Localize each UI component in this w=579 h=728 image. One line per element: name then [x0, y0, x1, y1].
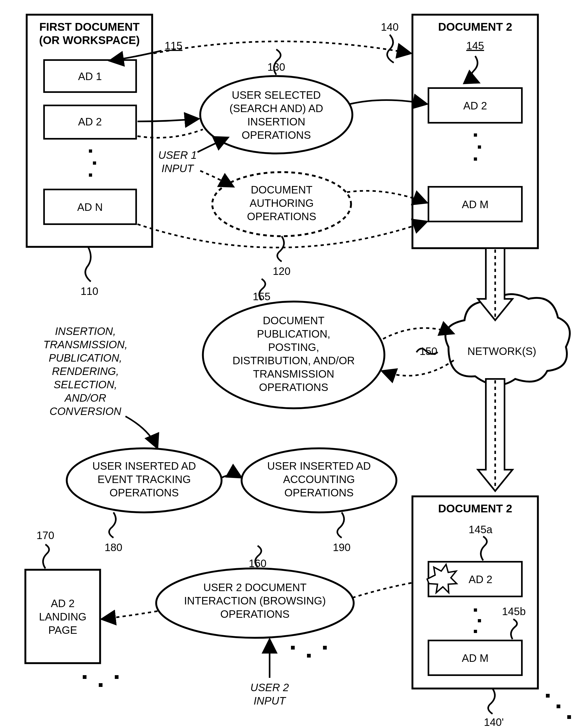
ref-145b: 145b [502, 605, 526, 617]
publication-oval: DOCUMENT PUBLICATION, POSTING, DISTRIBUT… [203, 302, 384, 408]
event-tracking-oval: USER INSERTED AD EVENT TRACKING OPERATIO… [67, 448, 222, 512]
svg-text:TRANSMISSION,: TRANSMISSION, [43, 339, 128, 350]
ad2-left-label: AD 2 [78, 116, 102, 128]
adm-right-label: AD M [462, 199, 488, 210]
svg-rect-48 [83, 675, 86, 679]
admp-label: AD M [462, 652, 488, 664]
ref-160: 160 [249, 557, 267, 569]
ref-170: 170 [36, 529, 54, 541]
svg-rect-49 [99, 683, 102, 687]
user-selected-oval: USER SELECTED (SEARCH AND) AD INSERTION … [200, 76, 352, 153]
first-document-title1: FIRST DOCUMENT [39, 21, 140, 33]
adn-label: AD N [77, 201, 103, 213]
svg-rect-3 [89, 150, 92, 153]
document2-top-box: DOCUMENT 2 145 AD 2 AD M [412, 15, 538, 248]
svg-text:(SEARCH AND) AD: (SEARCH AND) AD [229, 102, 323, 114]
svg-text:LANDING: LANDING [39, 611, 86, 623]
svg-text:PAGE: PAGE [48, 624, 77, 636]
svg-rect-61 [478, 619, 481, 622]
ad2p-label: AD 2 [469, 573, 493, 585]
user2-l1: USER 2 [250, 681, 289, 693]
network-label: NETWORK(S) [468, 345, 536, 357]
svg-text:INSERTION,: INSERTION, [55, 325, 116, 337]
svg-text:TRANSMISSION: TRANSMISSION [253, 368, 334, 380]
accounting-oval: USER INSERTED AD ACCOUNTING OPERATIONS [242, 448, 396, 512]
ref-130: 130 [268, 61, 285, 73]
svg-rect-65 [557, 704, 560, 708]
ref-120: 120 [273, 265, 291, 277]
ref-145: 145 [467, 40, 484, 52]
ref-150: 150 [420, 345, 437, 357]
ref-145a: 145a [469, 524, 493, 535]
user2-l2: INPUT [254, 695, 286, 707]
landing-page-box: AD 2 LANDING PAGE [25, 570, 100, 663]
svg-text:CONVERSION: CONVERSION [50, 405, 122, 417]
svg-text:DOCUMENT: DOCUMENT [263, 315, 324, 327]
svg-text:OPERATIONS: OPERATIONS [242, 129, 311, 141]
user1-l2: INPUT [161, 162, 194, 174]
first-document-title2: (OR WORKSPACE) [39, 34, 140, 47]
svg-rect-10 [478, 146, 481, 149]
ref-140p: 140' [484, 716, 504, 728]
svg-rect-62 [474, 630, 477, 633]
svg-text:RENDERING,: RENDERING, [52, 365, 119, 377]
ref-155: 155 [253, 291, 271, 302]
first-document-box: FIRST DOCUMENT (OR WORKSPACE) AD 1 AD 2 … [27, 15, 152, 247]
ad2-right-label: AD 2 [463, 100, 487, 111]
svg-text:OPERATIONS: OPERATIONS [220, 608, 290, 620]
svg-rect-4 [93, 161, 96, 165]
ad1-label: AD 1 [78, 71, 102, 82]
document-authoring-oval: DOCUMENT AUTHORING OPERATIONS [212, 172, 351, 236]
network-cloud: NETWORK(S) [446, 294, 570, 385]
ref-110: 110 [81, 285, 99, 297]
svg-text:AD 2: AD 2 [51, 598, 75, 609]
svg-text:DISTRIBUTION,  AND/OR: DISTRIBUTION, AND/OR [232, 355, 355, 366]
event-list: INSERTION, TRANSMISSION, PUBLICATION, RE… [43, 325, 128, 417]
ref-140: 140 [381, 21, 399, 33]
user2-browsing-oval: USER 2 DOCUMENT INTERACTION (BROWSING) O… [156, 568, 354, 638]
svg-text:SELECTION,: SELECTION, [54, 379, 117, 390]
svg-rect-5 [89, 174, 92, 177]
svg-rect-56 [307, 654, 311, 657]
ref-190: 190 [333, 542, 351, 553]
svg-rect-55 [291, 646, 295, 650]
svg-rect-50 [115, 675, 119, 679]
svg-rect-11 [474, 157, 477, 161]
svg-text:OPERATIONS: OPERATIONS [284, 487, 353, 498]
svg-text:PUBLICATION,: PUBLICATION, [257, 328, 330, 340]
ref-180: 180 [105, 542, 123, 553]
svg-text:EVENT TRACKING: EVENT TRACKING [97, 473, 191, 485]
svg-rect-9 [474, 133, 477, 137]
svg-rect-64 [546, 694, 550, 698]
svg-rect-57 [323, 646, 327, 650]
svg-text:PUBLICATION,: PUBLICATION, [49, 352, 122, 364]
doc2p-title: DOCUMENT 2 [438, 502, 512, 515]
svg-text:AUTHORING: AUTHORING [250, 197, 314, 209]
svg-text:USER INSERTED AD: USER INSERTED AD [92, 460, 196, 472]
svg-rect-66 [567, 715, 571, 719]
svg-text:INSERTION: INSERTION [247, 116, 305, 128]
svg-text:OPERATIONS: OPERATIONS [259, 381, 328, 393]
svg-text:OPERATIONS: OPERATIONS [247, 211, 316, 222]
svg-text:OPERATIONS: OPERATIONS [109, 487, 179, 498]
svg-text:INTERACTION (BROWSING): INTERACTION (BROWSING) [184, 595, 326, 606]
svg-text:USER INSERTED AD: USER INSERTED AD [267, 460, 371, 472]
doc2-title: DOCUMENT 2 [438, 21, 512, 33]
svg-text:POSTING,: POSTING, [268, 341, 319, 353]
svg-text:AND/OR: AND/OR [64, 392, 106, 404]
user1-l1: USER 1 [158, 149, 197, 161]
svg-text:USER SELECTED: USER SELECTED [232, 89, 321, 101]
svg-text:DOCUMENT: DOCUMENT [251, 184, 312, 196]
svg-text:USER 2 DOCUMENT: USER 2 DOCUMENT [203, 581, 307, 593]
svg-text:ACCOUNTING: ACCOUNTING [283, 473, 355, 485]
svg-point-13 [200, 76, 352, 153]
svg-rect-60 [474, 608, 477, 612]
